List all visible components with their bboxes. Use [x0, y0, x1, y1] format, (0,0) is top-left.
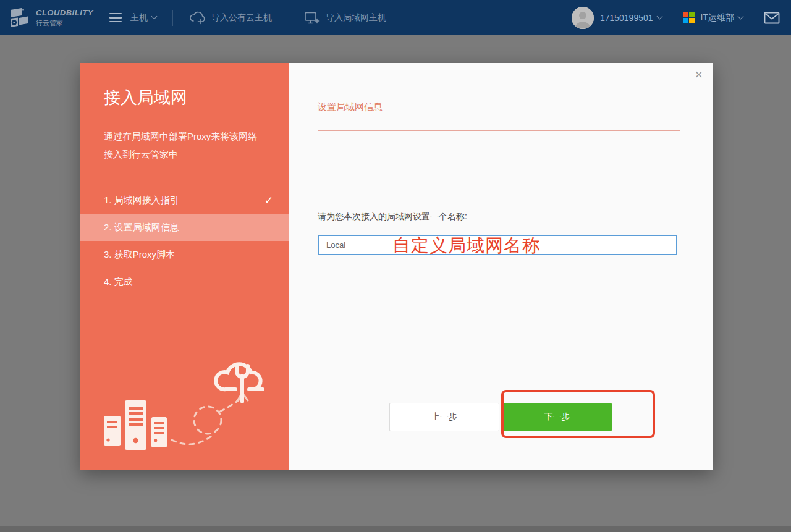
wizard-step-4[interactable]: 4. 完成 [80, 268, 289, 295]
wizard-step-4-label: 4. 完成 [104, 276, 133, 288]
nav-hosts-label: 主机 [130, 12, 148, 23]
chevron-down-icon [656, 14, 662, 20]
brand-tagline: 行云管家 [36, 19, 93, 27]
top-navigation-bar: CLOUDBILITY 行云管家 主机 导入公有云主机 导入局域网主机 [0, 0, 791, 35]
wizard-sidebar: 接入局域网 通过在局域网中部署Proxy来将该网络接入到行云管家中 1. 局域网… [80, 63, 289, 470]
brand-logo[interactable]: CLOUDBILITY 行云管家 [9, 7, 93, 29]
chevron-down-icon [151, 14, 157, 20]
servers-to-cloud-illustration [99, 347, 275, 456]
lan-setup-wizard-dialog: 接入局域网 通过在局域网中部署Proxy来将该网络接入到行云管家中 1. 局域网… [80, 63, 713, 470]
user-avatar[interactable] [572, 7, 594, 29]
brand-name: CLOUDBILITY [36, 9, 93, 17]
wizard-step-3-label: 3. 获取Proxy脚本 [104, 249, 175, 261]
wizard-step-3[interactable]: 3. 获取Proxy脚本 [80, 241, 289, 268]
nav-import-lan-hosts[interactable]: 导入局域网主机 [304, 11, 386, 25]
team-name: IT运维部 [701, 12, 734, 23]
brand-text: CLOUDBILITY 行云管家 [36, 9, 93, 26]
wizard-step-2-label: 2. 设置局域网信息 [104, 222, 179, 234]
nav-import-cloud-label: 导入公有云主机 [211, 12, 272, 23]
team-menu[interactable]: IT运维部 [695, 12, 743, 23]
wizard-step-2[interactable]: 2. 设置局域网信息 [80, 214, 289, 241]
monitor-plus-icon [304, 11, 320, 25]
section-title: 设置局域网信息 [318, 101, 383, 113]
nav-import-cloud-hosts[interactable]: 导入公有云主机 [189, 11, 272, 25]
close-icon[interactable]: × [695, 68, 703, 82]
wizard-description: 通过在局域网中部署Proxy来将该网络接入到行云管家中 [104, 127, 266, 163]
cloud-plus-icon [189, 11, 206, 25]
chevron-down-icon [738, 14, 744, 20]
check-icon: ✓ [264, 194, 273, 207]
nav-divider [172, 10, 173, 26]
user-menu[interactable]: 17150199501 [594, 13, 662, 23]
wizard-steps: 1. 局域网接入指引 ✓ 2. 设置局域网信息 3. 获取Proxy脚本 4. … [80, 187, 289, 295]
section-title-underline [318, 130, 680, 131]
page-bottom-strip [0, 526, 791, 532]
cloudbility-logo-icon [9, 7, 31, 29]
team-grid-icon[interactable] [683, 12, 695, 23]
messages-envelope-icon[interactable] [764, 12, 780, 24]
previous-step-button[interactable]: 上一步 [389, 403, 499, 431]
user-name: 17150199501 [600, 13, 653, 23]
topbar-right-group: 17150199501 IT运维部 [572, 7, 780, 29]
nav-hosts-dropdown[interactable]: 主机 [130, 12, 156, 23]
lan-name-input[interactable] [318, 235, 677, 255]
wizard-title: 接入局域网 [104, 87, 266, 109]
nav-import-lan-label: 导入局域网主机 [326, 12, 386, 23]
wizard-step-1-label: 1. 局域网接入指引 [104, 195, 179, 206]
wizard-step-1[interactable]: 1. 局域网接入指引 ✓ [80, 187, 289, 214]
next-step-button[interactable]: 下一步 [502, 403, 612, 431]
lan-name-field-label: 请为您本次接入的局域网设置一个名称: [318, 211, 467, 222]
menu-hamburger-icon[interactable] [109, 13, 122, 23]
